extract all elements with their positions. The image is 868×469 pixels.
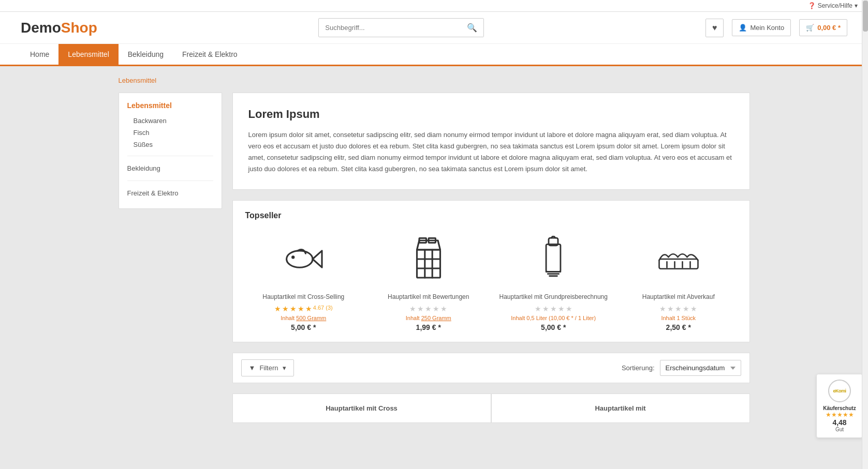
product-grid-item-1[interactable]: Hauptartikel mit Cross [232, 394, 491, 423]
star-3-4: ★ [558, 305, 565, 313]
product-name-4: Hauptartikel mit Abverkauf [620, 293, 737, 301]
star-1-3: ★ [290, 305, 297, 313]
ekomi-logo: eKomi [828, 380, 851, 402]
logo-bold: Demo [21, 20, 61, 36]
svg-rect-2 [417, 250, 440, 278]
kaeufer-badge[interactable]: eKomi Käuferschutz ★★★★★ 4,48 Gut [816, 374, 863, 433]
sidebar-item-backwaren[interactable]: Backwaren [127, 115, 213, 127]
svg-rect-14 [659, 259, 698, 269]
search-button[interactable]: 🔍 [461, 19, 483, 37]
filter-bar: ▼ Filtern ▾ Sortierung: Erscheinungsdatu… [232, 353, 750, 383]
star-1-5: ★ [305, 305, 312, 313]
product-name-2: Hauptartikel mit Bewertungen [370, 293, 487, 301]
product-icon-fish [245, 231, 362, 288]
star-4-4: ★ [683, 305, 689, 313]
logo[interactable]: DemoShop [21, 20, 97, 36]
main-nav: Home Lebensmittel Bekleidung Freizeit & … [0, 44, 868, 66]
sidebar-item-lebensmittel[interactable]: Lebensmittel [127, 101, 213, 110]
star-3-2: ★ [542, 305, 549, 313]
stars-3: ★ ★ ★ ★ ★ [495, 305, 612, 313]
sort-label: Sortierung: [622, 364, 655, 372]
filter-icon: ▼ [249, 364, 256, 372]
product-inhalt-3: Inhalt 0,5 Liter (10,00 € * / 1 Liter) [495, 315, 612, 321]
account-icon: 👤 [739, 24, 747, 32]
star-3-3: ★ [550, 305, 557, 313]
sidebar-item-fisch[interactable]: Fisch [127, 127, 213, 139]
star-4-5: ★ [690, 305, 697, 313]
rating-count-1: 4.67 (3) [313, 305, 333, 313]
nav-item-freizeit[interactable]: Freizeit & Elektro [173, 44, 247, 65]
sort-area: Sortierung: Erscheinungsdatum Name Preis… [622, 360, 741, 376]
scrollbar-thumb[interactable] [863, 1, 868, 32]
star-4-3: ★ [675, 305, 682, 313]
product-price-3: 5,00 € * [495, 323, 612, 331]
kaeufer-badge-title: Käuferschutz [823, 405, 856, 411]
sidebar-item-bekleidung[interactable]: Bekleidung [127, 161, 213, 175]
svg-point-1 [291, 256, 295, 259]
account-label: Mein Konto [750, 24, 784, 32]
star-1-2: ★ [282, 305, 289, 313]
product-grid-item-2[interactable]: Hauptartikel mit [491, 394, 750, 423]
inhalt-unit-1: 500 Gramm [296, 315, 326, 321]
breadcrumb-link[interactable]: Lebensmittel [119, 77, 157, 84]
product-icon-chocolate [370, 231, 487, 288]
nav-item-bekleidung[interactable]: Bekleidung [119, 44, 173, 65]
product-grid-bottom: Hauptartikel mit Cross Hauptartikel mit [232, 394, 750, 423]
filter-button[interactable]: ▼ Filtern ▾ [241, 359, 294, 376]
sidebar-item-freizeit[interactable]: Freizeit & Elektro [127, 186, 213, 200]
product-inhalt-4: Inhalt 1 Stück [620, 315, 737, 321]
star-2-1: ★ [409, 305, 416, 313]
star-3-5: ★ [566, 305, 572, 313]
service-help-button[interactable]: ❓ Service/Hilfe ▾ [808, 2, 858, 9]
product-icon-bread [620, 231, 737, 288]
main-content: Lorem Ipsum Lorem ipsum dolor sit amet, … [232, 93, 750, 423]
service-help-label: Service/Hilfe [818, 2, 852, 9]
wishlist-button[interactable]: ♥ [705, 19, 724, 37]
topseller-grid: Hauptartikel mit Cross-Selling ★ ★ ★ ★ ★… [245, 231, 737, 331]
product-card-2[interactable]: Hauptartikel mit Bewertungen ★ ★ ★ ★ ★ I… [370, 231, 487, 331]
breadcrumb: Lebensmittel [119, 77, 750, 84]
account-button[interactable]: 👤 Mein Konto [732, 19, 791, 36]
cart-button[interactable]: 🛒 0,00 € * [799, 19, 847, 36]
header: DemoShop 🔍 ♥ 👤 Mein Konto 🛒 0,00 € * [0, 12, 868, 44]
nav-item-home[interactable]: Home [21, 44, 58, 65]
product-card-1[interactable]: Hauptartikel mit Cross-Selling ★ ★ ★ ★ ★… [245, 231, 362, 331]
product-card-4[interactable]: Hauptartikel mit Abverkauf ★ ★ ★ ★ ★ Inh… [620, 231, 737, 331]
filter-label: Filtern [259, 364, 278, 372]
svg-rect-9 [546, 245, 561, 272]
cart-price: 0,00 € * [817, 24, 841, 32]
top-bar: ❓ Service/Hilfe ▾ [0, 0, 868, 12]
sidebar-divider-2 [127, 180, 213, 181]
star-4-1: ★ [659, 305, 666, 313]
svg-point-0 [287, 251, 313, 267]
sort-select[interactable]: Erscheinungsdatum Name Preis aufsteigend… [660, 360, 741, 376]
heart-icon: ♥ [712, 23, 717, 32]
page-wrap: Lebensmittel Lebensmittel Backwaren Fisc… [108, 66, 760, 433]
sidebar-divider-1 [127, 156, 213, 156]
info-box-body: Lorem ipsum dolor sit amet, consetetur s… [248, 129, 734, 175]
content-area: Lebensmittel Backwaren Fisch Süßes Bekle… [119, 93, 750, 423]
search-icon: 🔍 [467, 23, 477, 32]
help-icon: ❓ [808, 2, 816, 9]
kaeufer-badge-stars: ★★★★★ [823, 411, 856, 418]
sidebar-box: Lebensmittel Backwaren Fisch Süßes Bekle… [119, 93, 222, 209]
search-input[interactable] [319, 20, 461, 36]
scrollbar-track[interactable] [862, 0, 868, 433]
sidebar: Lebensmittel Backwaren Fisch Süßes Bekle… [119, 93, 222, 423]
grid-item-name-1: Hauptartikel mit Cross [243, 404, 480, 412]
star-2-4: ★ [433, 305, 439, 313]
grid-item-name-2: Hauptartikel mit [502, 404, 739, 412]
stars-2: ★ ★ ★ ★ ★ [370, 305, 487, 313]
product-name-1: Hauptartikel mit Cross-Selling [245, 293, 362, 301]
star-2-2: ★ [417, 305, 424, 313]
product-card-3[interactable]: Hauptartikel mit Grundpreisberechnung ★ … [495, 231, 612, 331]
product-inhalt-1: Inhalt 500 Gramm [245, 315, 362, 321]
nav-item-lebensmittel[interactable]: Lebensmittel [58, 44, 118, 65]
star-1-4: ★ [298, 305, 304, 313]
cart-icon: 🛒 [806, 24, 814, 32]
star-4-2: ★ [667, 305, 674, 313]
sidebar-item-susses[interactable]: Süßes [127, 139, 213, 150]
topseller-box: Topseller [232, 200, 750, 342]
product-name-3: Hauptartikel mit Grundpreisberechnung [495, 293, 612, 301]
header-actions: ♥ 👤 Mein Konto 🛒 0,00 € * [705, 19, 847, 37]
